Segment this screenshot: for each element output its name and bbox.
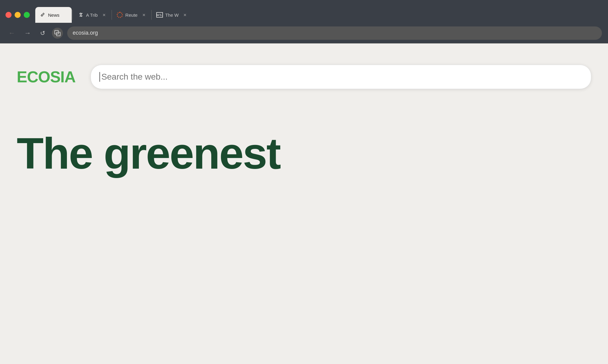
tab-news[interactable]: 🗞 News	[35, 7, 72, 23]
tab-reuters[interactable]: Reute ✕	[112, 7, 151, 23]
ecosia-logo: ECOSIA	[17, 68, 75, 86]
tab-divider-3	[151, 10, 152, 20]
search-bar[interactable]	[91, 65, 591, 89]
hero-section: The greenest	[0, 113, 608, 176]
hero-text: The greenest	[17, 132, 591, 176]
forward-button[interactable]: →	[22, 29, 33, 38]
tab-wsj[interactable]: WSJ The W ✕	[152, 7, 192, 23]
url-text: ecosia.org	[73, 30, 596, 36]
site-info-icon	[54, 30, 60, 36]
maximize-button[interactable]	[24, 12, 30, 18]
tab-reuters-label: Reute	[125, 12, 137, 18]
newspaper-icon: 🗞	[40, 12, 46, 18]
search-bar-wrapper	[91, 65, 591, 89]
tab-wsj-close[interactable]: ✕	[182, 12, 188, 18]
nyt-icon: 𝕿	[78, 12, 84, 18]
tab-wsj-label: The W	[165, 12, 178, 18]
tab-reuters-close[interactable]: ✕	[141, 12, 147, 18]
tab-nyt-label: A Trib	[86, 12, 98, 18]
toolbar: ← → ↺ ecosia.org	[0, 23, 608, 43]
search-input[interactable]	[101, 72, 582, 82]
address-bar[interactable]: ecosia.org	[67, 26, 602, 40]
site-info-button[interactable]	[52, 28, 63, 39]
tab-list: 🗞 News 𝕿 A Trib ✕ Reute ✕	[35, 7, 608, 23]
close-button[interactable]	[5, 12, 12, 18]
tab-divider-1	[72, 10, 73, 20]
tab-nyt-close[interactable]: ✕	[101, 12, 107, 18]
tab-nyt[interactable]: 𝕿 A Trib ✕	[73, 7, 111, 23]
page-content: ECOSIA The greenest	[0, 43, 608, 176]
text-cursor	[99, 72, 100, 82]
wsj-icon: WSJ	[157, 12, 163, 18]
tab-divider-2	[112, 10, 112, 20]
tab-news-label: News	[48, 12, 60, 18]
minimize-button[interactable]	[15, 12, 21, 18]
reload-button[interactable]: ↺	[38, 29, 48, 37]
reuters-icon	[117, 12, 123, 18]
page-header: ECOSIA	[0, 59, 608, 95]
window-controls	[0, 12, 35, 23]
browser-chrome: 🗞 News 𝕿 A Trib ✕ Reute ✕	[0, 0, 608, 43]
back-button[interactable]: ←	[6, 29, 18, 38]
tab-bar: 🗞 News 𝕿 A Trib ✕ Reute ✕	[0, 0, 608, 23]
